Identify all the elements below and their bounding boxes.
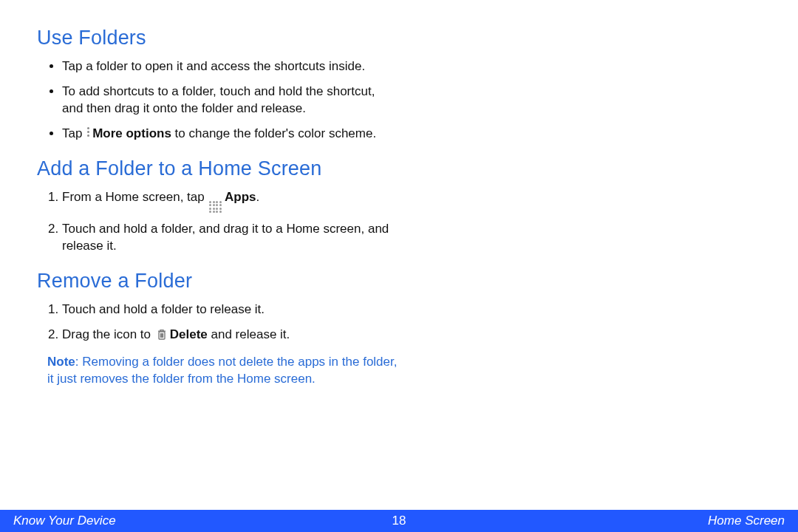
page-footer: Know Your Device 18 Home Screen	[0, 510, 798, 532]
step-item: Touch and hold a folder, and drag it to …	[62, 221, 399, 255]
bullet-text-pre: Tap	[62, 126, 86, 140]
note-text: Removing a folder does not delete the ap…	[47, 355, 397, 386]
heading-use-folders: Use Folders	[37, 27, 399, 50]
bullet-item: Tap a folder to open it and access the s…	[62, 58, 399, 75]
more-options-icon	[87, 126, 90, 138]
remove-folder-steps: Touch and hold a folder to release it. D…	[62, 301, 399, 346]
apps-grid-icon	[209, 201, 222, 214]
note-block: Note: Removing a folder does not delete …	[47, 354, 399, 388]
page-content: Use Folders Tap a folder to open it and …	[0, 0, 443, 388]
footer-page-number: 18	[392, 514, 406, 528]
step-text-pre: From a Home screen, tap	[62, 190, 208, 204]
bullet-text-bold: More options	[92, 126, 171, 140]
heading-add-folder: Add a Folder to a Home Screen	[37, 157, 399, 180]
add-folder-steps: From a Home screen, tap Apps. Touch and …	[62, 189, 399, 255]
step-item: Touch and hold a folder to release it.	[62, 301, 399, 318]
step-text-post: .	[256, 190, 259, 204]
trash-icon	[156, 328, 168, 346]
step-text-bold: Apps	[225, 190, 256, 204]
step-item: From a Home screen, tap Apps.	[62, 189, 399, 214]
footer-left: Know Your Device	[13, 514, 116, 528]
note-sep: :	[75, 355, 82, 369]
bullet-item: Tap More options to change the folder's …	[62, 126, 399, 143]
step-text-pre: Drag the icon to	[62, 327, 154, 341]
footer-right: Home Screen	[708, 514, 785, 528]
step-item: Drag the icon to Delete and release it.	[62, 327, 399, 346]
bullet-text-post: to change the folder's color scheme.	[171, 126, 376, 140]
step-text-post: and release it.	[208, 327, 290, 341]
step-text-bold: Delete	[170, 327, 208, 341]
note-label: Note	[47, 355, 75, 369]
document-page: Use Folders Tap a folder to open it and …	[0, 0, 798, 532]
heading-remove-folder: Remove a Folder	[37, 270, 399, 293]
bullet-item: To add shortcuts to a folder, touch and …	[62, 83, 399, 117]
use-folders-bullets: Tap a folder to open it and access the s…	[62, 58, 399, 143]
